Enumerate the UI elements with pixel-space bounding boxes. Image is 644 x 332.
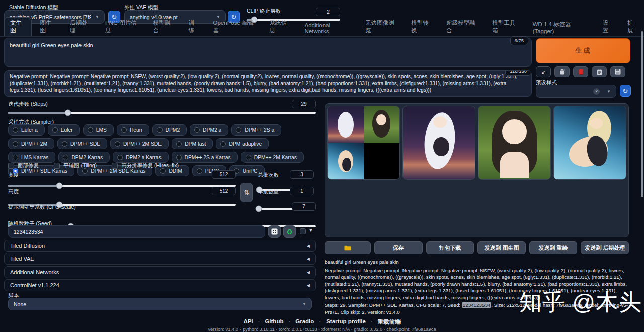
slider-handle[interactable] bbox=[56, 183, 62, 189]
clip-skip-value[interactable]: 2 bbox=[316, 8, 340, 16]
checkbox-面部修复[interactable]: 面部修复 bbox=[8, 162, 39, 169]
slider-handle[interactable] bbox=[65, 110, 71, 116]
sampler-option-DPM adaptive[interactable]: DPM adaptive bbox=[216, 138, 269, 149]
sampler-option-DPM++ 2S a Karras[interactable]: DPM++ 2S a Karras bbox=[172, 152, 238, 163]
tab-bar: 文生图图生图后期处理PNG 图片信息模型融合训练OpenPose 编辑器系统信息… bbox=[4, 28, 644, 36]
tab-设置[interactable]: 设置 bbox=[597, 17, 619, 36]
sampler-option-DPM2[interactable]: DPM2 bbox=[152, 124, 187, 136]
gallery-thumbnail-dark-hair-girl-foliage[interactable] bbox=[478, 106, 551, 180]
swap-width-height-button[interactable]: ⇅ bbox=[240, 183, 253, 202]
sampler-option-label: DPM++ 2S a Karras bbox=[185, 155, 231, 160]
sampler-option-Euler a[interactable]: Euler a bbox=[8, 124, 45, 136]
footer-link-Startup profile[interactable]: Startup profile bbox=[326, 318, 366, 326]
sampler-option-label: DPM++ SDE bbox=[70, 141, 100, 147]
accordion-ControlNet v1.1.224[interactable]: ControlNet v1.1.224◀ bbox=[4, 279, 316, 291]
tab-文生图[interactable]: 文生图 bbox=[4, 17, 32, 36]
radio-icon bbox=[13, 155, 18, 160]
sampler-option-DPM++ 2M[interactable]: DPM++ 2M bbox=[8, 138, 54, 149]
sampler-option-DPM++ 2S a[interactable]: DPM++ 2S a bbox=[231, 124, 281, 136]
footer-separator: · bbox=[371, 318, 373, 326]
tab-模型转换[interactable]: 模型转换 bbox=[405, 17, 438, 36]
action-button-打包下载[interactable]: 打包下载 bbox=[426, 241, 474, 254]
folder-icon bbox=[344, 245, 351, 251]
seed-input[interactable] bbox=[8, 225, 265, 238]
apply-style-button[interactable] bbox=[592, 66, 607, 77]
prompt-textarea[interactable]: beautiful girl Green eyes pale skin 6/75 bbox=[4, 38, 532, 67]
sampler-option-Euler[interactable]: Euler bbox=[48, 124, 80, 136]
sampler-option-DPM++ 2M Karras[interactable]: DPM++ 2M Karras bbox=[241, 152, 304, 163]
tab-超级模型融合[interactable]: 超级模型融合 bbox=[440, 17, 484, 36]
slider-handle[interactable] bbox=[256, 206, 262, 212]
checkbox-高分辨率修复 (Hires. fix)[interactable]: 高分辨率修复 (Hires. fix) bbox=[112, 162, 179, 169]
height-value[interactable]: 512 bbox=[212, 187, 236, 195]
generate-button[interactable]: 生成 bbox=[536, 38, 630, 63]
steps-value[interactable]: 29 bbox=[292, 100, 316, 108]
sampler-option-DPM++ SDE[interactable]: DPM++ SDE bbox=[57, 138, 107, 149]
footer-link-重载前端[interactable]: 重载前端 bbox=[378, 318, 401, 326]
footer-link-Github[interactable]: Github bbox=[265, 318, 283, 326]
radio-icon bbox=[157, 127, 163, 133]
action-button-保存[interactable]: 保存 bbox=[374, 241, 423, 254]
tab-PNG 图片信息[interactable]: PNG 图片信息 bbox=[99, 17, 145, 36]
steps-slider[interactable] bbox=[8, 112, 316, 114]
tab-后期处理[interactable]: 后期处理 bbox=[64, 17, 97, 36]
read-params-button[interactable]: ↙ bbox=[536, 66, 551, 77]
sampler-option-Heun[interactable]: Heun bbox=[117, 124, 149, 136]
open-folder-button[interactable] bbox=[325, 241, 371, 254]
accordion-Tiled Diffusion[interactable]: Tiled Diffusion◀ bbox=[4, 240, 316, 252]
tab-模型工具箱[interactable]: 模型工具箱 bbox=[486, 17, 524, 36]
gallery-thumbnail-white-hair-girl-night[interactable] bbox=[403, 106, 475, 180]
sampler-option-DPM++ 2M SDE[interactable]: DPM++ 2M SDE bbox=[110, 138, 169, 149]
tab-无边图像浏览[interactable]: 无边图像浏览 bbox=[359, 17, 403, 36]
sampler-option-label: UniPC bbox=[243, 168, 258, 174]
extra-networks-button[interactable] bbox=[573, 66, 588, 77]
clear-prompt-button[interactable] bbox=[554, 66, 570, 77]
footer-link-API[interactable]: API bbox=[243, 318, 253, 326]
styles-refresh-button[interactable]: ↻ bbox=[620, 85, 631, 97]
gallery-thumbnail-grid-preview[interactable] bbox=[327, 106, 400, 180]
tab-系统信息[interactable]: 系统信息 bbox=[264, 17, 297, 36]
tab-训练[interactable]: 训练 bbox=[183, 17, 205, 36]
batch-count-label: 总批次数 bbox=[258, 172, 279, 179]
seed-extra-toggle-icon[interactable]: ▼ bbox=[308, 227, 313, 233]
sampler-option-DPM2 Karras[interactable]: DPM2 Karras bbox=[58, 152, 110, 163]
radio-icon bbox=[63, 155, 68, 160]
width-value[interactable]: 512 bbox=[212, 170, 236, 179]
styles-dropdown[interactable]: × ▼ bbox=[536, 85, 616, 98]
radio-icon bbox=[88, 127, 93, 133]
gallery-panel bbox=[325, 103, 629, 237]
action-button-发送到 后期处理[interactable]: 发送到 后期处理 bbox=[581, 241, 629, 254]
accordion-Additional Networks[interactable]: Additional Networks◀ bbox=[4, 266, 316, 278]
scrollbar-thumb[interactable] bbox=[641, 31, 643, 197]
extra-seed-checkbox[interactable] bbox=[300, 228, 306, 234]
checkbox-平铺图 (Tiling)[interactable]: 平铺图 (Tiling) bbox=[54, 162, 97, 169]
script-dropdown[interactable]: None ▼ bbox=[8, 298, 312, 310]
reuse-seed-button[interactable]: ♻ bbox=[283, 225, 296, 238]
tab-WD 1.4 标签器 (Tagger)[interactable]: WD 1.4 标签器 (Tagger) bbox=[527, 19, 595, 36]
width-label: 宽度 bbox=[8, 172, 19, 179]
save-style-button[interactable] bbox=[610, 66, 625, 77]
accordion-list: Tiled Diffusion◀Tiled VAE◀Additional Net… bbox=[4, 240, 316, 291]
sampler-option-DPM fast[interactable]: DPM fast bbox=[172, 138, 213, 149]
action-button-发送到 图生图[interactable]: 发送到 图生图 bbox=[477, 241, 526, 254]
sampler-option-LMS Karras[interactable]: LMS Karras bbox=[8, 152, 55, 163]
gallery-thumbnail-blonde-girl-in-water[interactable] bbox=[553, 106, 626, 180]
negative-prompt-textarea[interactable]: Negative prompt: Negative prompt: Negati… bbox=[4, 70, 532, 97]
tab-OpenPose 编辑器[interactable]: OpenPose 编辑器 bbox=[207, 17, 262, 36]
sampler-option-DPM2 a Karras[interactable]: DPM2 a Karras bbox=[113, 152, 168, 163]
tab-图生图[interactable]: 图生图 bbox=[34, 17, 61, 36]
clear-icon[interactable]: × bbox=[593, 88, 600, 95]
width-slider[interactable] bbox=[8, 185, 236, 187]
accordion-Tiled VAE[interactable]: Tiled VAE◀ bbox=[4, 253, 316, 265]
batch-size-value[interactable]: 1 bbox=[290, 187, 314, 195]
cfg-value[interactable]: 7 bbox=[292, 202, 316, 211]
radio-icon bbox=[176, 155, 182, 160]
tab-模型融合[interactable]: 模型融合 bbox=[147, 17, 181, 36]
random-seed-button[interactable] bbox=[268, 225, 281, 238]
batch-count-value[interactable]: 3 bbox=[290, 170, 314, 179]
tab-Additional Networks[interactable]: Additional Networks bbox=[299, 20, 358, 36]
sampler-option-DPM2 a[interactable]: DPM2 a bbox=[190, 124, 228, 136]
sampler-option-LMS[interactable]: LMS bbox=[83, 124, 114, 136]
footer-link-Gradio[interactable]: Gradio bbox=[295, 318, 314, 326]
action-button-发送到 重绘[interactable]: 发送到 重绘 bbox=[529, 241, 578, 254]
